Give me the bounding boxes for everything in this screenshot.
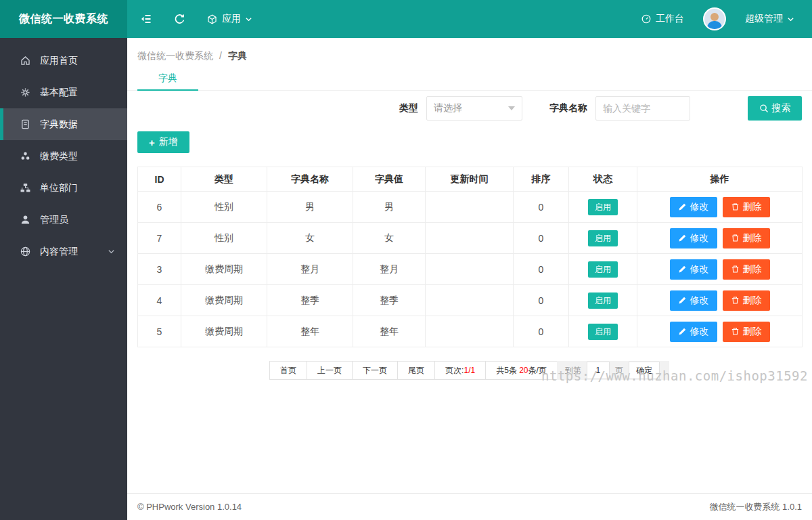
delete-button[interactable]: 删除 bbox=[723, 322, 770, 342]
sidebar-item-fee-type[interactable]: 缴费类型 bbox=[0, 140, 127, 172]
status-badge[interactable]: 启用 bbox=[588, 261, 618, 278]
cell-updated bbox=[426, 223, 514, 254]
sidebar-item-label: 内容管理 bbox=[40, 246, 78, 258]
cell-value: 整月 bbox=[353, 254, 426, 285]
pagination-total[interactable]: 共5条 20条/页 bbox=[485, 361, 558, 380]
status-badge[interactable]: 启用 bbox=[588, 324, 618, 340]
col-name: 字典名称 bbox=[267, 167, 353, 192]
cell-sort: 0 bbox=[514, 192, 569, 223]
breadcrumb-current: 字典 bbox=[228, 50, 247, 61]
cell-name: 女 bbox=[267, 223, 353, 254]
col-actions: 操作 bbox=[637, 167, 803, 192]
sidebar-item-dictionary[interactable]: 字典数据 bbox=[0, 108, 127, 140]
cell-name: 整月 bbox=[267, 254, 353, 285]
cell-value: 整年 bbox=[353, 316, 426, 347]
footer: © PHPwork Version 1.0.14 微信统一收费系统 1.0.1 bbox=[127, 493, 812, 520]
breadcrumb: 微信统一收费系统/字典 bbox=[127, 38, 812, 62]
edit-button[interactable]: 修改 bbox=[670, 259, 717, 280]
sidebar-item-label: 单位部门 bbox=[40, 182, 78, 194]
avatar[interactable] bbox=[703, 7, 726, 30]
breadcrumb-parent[interactable]: 微信统一收费系统 bbox=[137, 50, 213, 61]
delete-button[interactable]: 删除 bbox=[723, 259, 770, 280]
delete-button[interactable]: 删除 bbox=[723, 290, 770, 311]
globe-icon bbox=[19, 246, 31, 257]
table-row: 3缴费周期整月整月0启用修改删除 bbox=[138, 254, 803, 285]
sidebar: 应用首页 基本配置 字典数据 缴费类型 bbox=[0, 38, 127, 520]
status-badge[interactable]: 启用 bbox=[588, 199, 618, 215]
pagination-confirm-button[interactable]: 确定 bbox=[629, 362, 660, 379]
cell-actions: 修改删除 bbox=[637, 254, 803, 285]
dict-name-input[interactable] bbox=[595, 96, 690, 121]
refresh-icon[interactable] bbox=[173, 13, 186, 26]
cell-updated bbox=[426, 192, 514, 223]
pagination: 首页上一页下一页尾页页次:1/1共5条 20条/页到第页确定 bbox=[127, 361, 812, 380]
app-menu[interactable]: 应用 bbox=[206, 13, 252, 25]
type-select[interactable]: 请选择 bbox=[426, 96, 522, 121]
cell-sort: 0 bbox=[514, 254, 569, 285]
dict-table: ID 类型 字典名称 字典值 更新时间 排序 状态 操作 6性别男男0启用修改删… bbox=[137, 167, 803, 347]
dict-table-body: 6性别男男0启用修改删除7性别女女0启用修改删除3缴费周期整月整月0启用修改删除… bbox=[138, 192, 803, 347]
cluster-icon bbox=[19, 150, 31, 162]
add-button[interactable]: + 新增 bbox=[137, 131, 189, 153]
cell-id: 6 bbox=[138, 192, 181, 223]
table-row: 5缴费周期整年整年0启用修改删除 bbox=[138, 316, 803, 347]
col-value: 字典值 bbox=[353, 167, 426, 192]
cell-status: 启用 bbox=[569, 192, 637, 223]
user-menu[interactable]: 超级管理 bbox=[745, 13, 794, 25]
app-title: 微信统一收费系统 bbox=[0, 0, 127, 38]
status-badge[interactable]: 启用 bbox=[588, 230, 618, 246]
cell-type: 缴费周期 bbox=[181, 254, 267, 285]
cell-value: 女 bbox=[353, 223, 426, 254]
col-status: 状态 bbox=[569, 167, 637, 192]
top-bar: 微信统一收费系统 应用 工作台 bbox=[0, 0, 812, 38]
plus-icon: + bbox=[149, 137, 155, 148]
delete-button[interactable]: 删除 bbox=[723, 197, 770, 217]
edit-button[interactable]: 修改 bbox=[670, 228, 717, 248]
pagination-first[interactable]: 首页 bbox=[269, 361, 307, 380]
chevron-down-icon bbox=[787, 16, 794, 23]
pencil-icon bbox=[678, 296, 687, 305]
col-sort: 排序 bbox=[514, 167, 569, 192]
cell-actions: 修改删除 bbox=[637, 285, 803, 316]
sidebar-item-home[interactable]: 应用首页 bbox=[0, 45, 127, 77]
pagination-prev[interactable]: 上一页 bbox=[307, 361, 353, 380]
pagination-page-value: 1/1 bbox=[464, 366, 475, 375]
cell-actions: 修改删除 bbox=[637, 223, 803, 254]
trash-icon bbox=[731, 327, 740, 336]
table-row: 7性别女女0启用修改删除 bbox=[138, 223, 803, 254]
skip-prefix: 到第 bbox=[565, 365, 581, 376]
cell-value: 男 bbox=[353, 192, 426, 223]
user-label: 超级管理 bbox=[745, 13, 783, 25]
delete-button[interactable]: 删除 bbox=[723, 228, 770, 248]
cell-sort: 0 bbox=[514, 223, 569, 254]
pagination-next[interactable]: 下一页 bbox=[352, 361, 398, 380]
collapse-menu-icon[interactable] bbox=[139, 12, 153, 26]
cell-type: 性别 bbox=[181, 192, 267, 223]
sidebar-item-department[interactable]: 单位部门 bbox=[0, 172, 127, 204]
cell-type: 缴费周期 bbox=[181, 316, 267, 347]
org-icon bbox=[19, 182, 31, 194]
status-badge[interactable]: 启用 bbox=[588, 292, 618, 309]
tab-bar: 字典 bbox=[127, 66, 812, 91]
sidebar-item-label: 管理员 bbox=[40, 214, 68, 226]
cell-status: 启用 bbox=[569, 285, 637, 316]
tab-dictionary[interactable]: 字典 bbox=[137, 66, 198, 90]
pagination-page-info: 页次:1/1 bbox=[434, 361, 486, 380]
cell-id: 4 bbox=[138, 285, 181, 316]
edit-button[interactable]: 修改 bbox=[670, 290, 717, 311]
edit-button[interactable]: 修改 bbox=[670, 197, 717, 217]
search-button[interactable]: 搜索 bbox=[748, 96, 802, 121]
sidebar-item-config[interactable]: 基本配置 bbox=[0, 77, 127, 108]
skip-page-input[interactable] bbox=[587, 362, 610, 379]
edit-button[interactable]: 修改 bbox=[670, 322, 717, 342]
pencil-icon bbox=[678, 265, 687, 274]
sidebar-item-content[interactable]: 内容管理 bbox=[0, 236, 127, 267]
footer-version: 微信统一收费系统 1.0.1 bbox=[709, 501, 802, 513]
pencil-icon bbox=[678, 327, 687, 336]
trash-icon bbox=[731, 265, 740, 274]
dict-table-wrap: ID 类型 字典名称 字典值 更新时间 排序 状态 操作 6性别男男0启用修改删… bbox=[137, 167, 802, 347]
pagination-last[interactable]: 尾页 bbox=[397, 361, 435, 380]
workspace-link[interactable]: 工作台 bbox=[641, 13, 684, 25]
sidebar-item-admin[interactable]: 管理员 bbox=[0, 204, 127, 236]
cell-id: 3 bbox=[138, 254, 181, 285]
